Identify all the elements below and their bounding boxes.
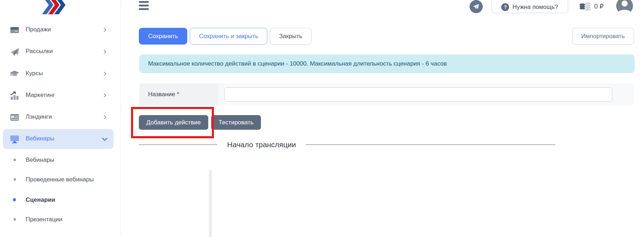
name-field-label: Название * [139, 83, 218, 105]
help-button[interactable]: ? Нужна помощь? [491, 0, 568, 13]
sidebar-item-mailings[interactable]: Рассылки › [0, 42, 121, 62]
bar-chart-icon [9, 90, 20, 101]
test-button[interactable]: Тестировать [211, 115, 261, 130]
monitor-icon [9, 134, 20, 144]
telegram-icon[interactable] [470, 0, 483, 13]
sidebar-item-label: Лэндинги [26, 113, 52, 120]
sidebar-item-courses[interactable]: Курсы › [0, 64, 121, 84]
scenario-timeline-track [209, 170, 212, 237]
paper-plane-icon [9, 46, 20, 57]
sidebar-subitem-scenarios[interactable]: Сценарии [0, 194, 121, 206]
name-input[interactable] [224, 87, 612, 102]
menu-toggle-icon[interactable] [139, 1, 149, 10]
sidebar: Продажи › Рассылки › Курсы › Маркетинг ›… [0, 0, 121, 237]
sidebar-subitem-presentations[interactable]: Презентации [0, 213, 121, 226]
main-content: ? Нужна помощь? 0 ₽ Сохранить Сохранить … [121, 0, 644, 237]
section-title: Начало трансляции [227, 140, 296, 149]
browser-window-icon [9, 112, 20, 123]
save-and-close-button[interactable]: Сохранить и закрыть [190, 28, 267, 45]
bullet-icon [14, 218, 16, 221]
app-logo-icon[interactable] [42, 0, 67, 16]
add-action-button[interactable]: Добавить действие [139, 115, 208, 130]
chevron-right-icon: › [103, 25, 106, 34]
chevron-right-icon: › [103, 46, 106, 56]
sidebar-subitem-label: Проведенные вебинары [26, 176, 94, 183]
sidebar-subitem-label: Вебинары [26, 156, 54, 164]
sidebar-item-label: Маркетинг [26, 92, 55, 99]
limits-notice-banner: Максимальное количество действий в сцена… [139, 55, 635, 73]
sidebar-subitem-webinars[interactable]: Вебинары [0, 154, 121, 166]
graduation-cap-icon [9, 68, 20, 79]
chevron-right-icon: › [103, 68, 106, 78]
sidebar-item-webinars[interactable]: Вебинары [0, 129, 121, 149]
question-mark-icon: ? [501, 3, 509, 11]
sidebar-item-marketing[interactable]: Маркетинг › [0, 86, 121, 105]
sidebar-item-label: Вебинары [26, 135, 54, 142]
chevron-down-icon [101, 135, 108, 144]
sidebar-item-label: Рассылки [26, 48, 53, 55]
sidebar-item-label: Курсы [26, 70, 43, 77]
sidebar-subitem-past-webinars[interactable]: Проведенные вебинары [0, 174, 121, 186]
scenario-name-row: Название * [139, 83, 634, 105]
sidebar-item-label: Продажи [26, 26, 51, 33]
bullet-icon [14, 159, 16, 161]
coins-icon[interactable] [579, 1, 593, 13]
credit-card-icon [9, 25, 20, 35]
divider-line [306, 144, 555, 145]
help-button-label: Нужна помощь? [512, 4, 558, 11]
divider-line [139, 144, 217, 145]
sidebar-subitem-label: Презентации [26, 216, 62, 223]
balance-text[interactable]: 0 ₽ [594, 2, 603, 10]
chevron-right-icon: › [103, 112, 106, 121]
chevron-right-icon: › [103, 90, 106, 99]
bullet-icon [14, 178, 16, 181]
sidebar-item-sales[interactable]: Продажи › [0, 20, 121, 40]
save-button[interactable]: Сохранить [139, 28, 187, 45]
bullet-icon [13, 198, 16, 201]
user-avatar[interactable] [616, 0, 633, 14]
sidebar-subitem-label: Сценарии [26, 196, 55, 203]
close-button[interactable]: Закрыть [270, 28, 311, 45]
import-button[interactable]: Импортировать [572, 28, 634, 45]
sidebar-item-landings[interactable]: Лэндинги › [0, 107, 121, 127]
section-divider: Начало трансляции [139, 138, 555, 152]
